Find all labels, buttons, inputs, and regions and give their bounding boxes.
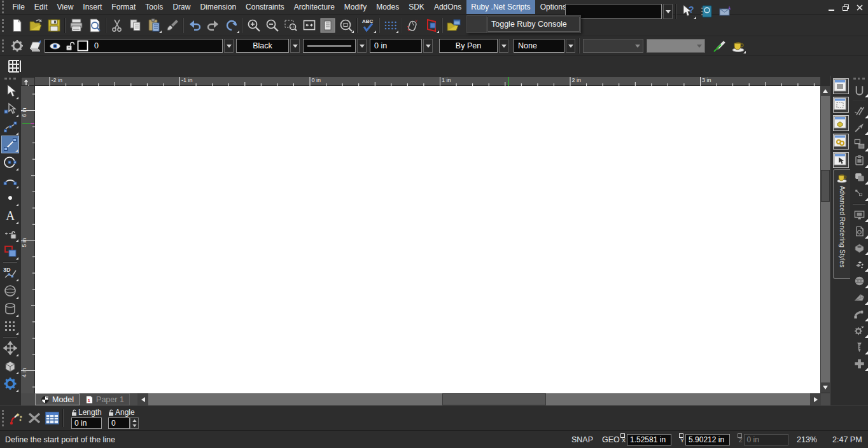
menu-sdk[interactable]: SDK bbox=[404, 0, 430, 14]
close-button[interactable] bbox=[855, 3, 864, 12]
vertical-scroll-thumb[interactable] bbox=[821, 170, 830, 202]
arc-tool-button[interactable] bbox=[1, 171, 19, 189]
toolbar-grip[interactable] bbox=[2, 39, 6, 52]
menu-view[interactable]: View bbox=[52, 0, 78, 14]
address-book-button[interactable] bbox=[697, 3, 716, 20]
clipboard-3d-button[interactable] bbox=[851, 153, 867, 169]
pan-tool-button[interactable] bbox=[1, 339, 19, 357]
line-style-combo[interactable] bbox=[303, 39, 356, 53]
sparkle-box-button[interactable] bbox=[851, 256, 867, 272]
materials-palette-button[interactable] bbox=[833, 115, 849, 131]
menu-addons[interactable]: AddOns bbox=[429, 0, 466, 14]
minimize-button[interactable] bbox=[827, 3, 836, 12]
menu-modify[interactable]: Modify bbox=[339, 0, 371, 14]
point-grid-button[interactable] bbox=[381, 17, 400, 34]
format-painter-button[interactable] bbox=[163, 17, 181, 34]
surface-blob-button[interactable] bbox=[851, 169, 867, 185]
gear-blue-button[interactable] bbox=[1, 375, 19, 393]
toolbar-grip[interactable] bbox=[2, 410, 6, 426]
extrude-u-button[interactable] bbox=[851, 82, 867, 98]
solid-box-button[interactable] bbox=[851, 240, 867, 256]
pen-table-combo-arrow[interactable] bbox=[499, 39, 508, 53]
view-frame-button[interactable] bbox=[422, 17, 440, 34]
table-edit-button[interactable] bbox=[43, 409, 61, 427]
menu-format[interactable]: Format bbox=[107, 0, 141, 14]
menu-draw[interactable]: Draw bbox=[168, 0, 195, 14]
dot-grid-button[interactable] bbox=[1, 318, 19, 335]
point-tool-button[interactable] bbox=[1, 189, 19, 207]
selection-palette-button[interactable] bbox=[833, 97, 849, 113]
plus-solid-button[interactable] bbox=[851, 356, 867, 372]
menu-architecture[interactable]: Architecture bbox=[289, 0, 339, 14]
redo-button[interactable] bbox=[204, 17, 222, 34]
toolbar-grip[interactable] bbox=[2, 19, 6, 32]
scroll-right-button[interactable] bbox=[810, 393, 821, 405]
block-folder-button[interactable] bbox=[444, 17, 463, 34]
layer-combo[interactable]: 0 bbox=[45, 39, 223, 53]
lock-icon[interactable] bbox=[71, 409, 77, 416]
pick-palette-button[interactable] bbox=[833, 152, 849, 168]
field-input-angle[interactable]: 0 bbox=[108, 417, 130, 429]
geo-indicator[interactable]: GEO bbox=[602, 435, 620, 444]
node-edit-button[interactable] bbox=[1, 100, 19, 118]
menu-item-toggle-ruby-console[interactable]: Toggle Ruby Console bbox=[487, 17, 580, 32]
palette-tab-advanced-rendering-styles[interactable]: Advanced Rendering Styles bbox=[833, 169, 850, 279]
screw-button[interactable] bbox=[851, 339, 867, 355]
coordinate-input-x[interactable]: 1.52581 in bbox=[627, 434, 671, 445]
copy-entities-button[interactable] bbox=[851, 136, 867, 152]
undo-button[interactable] bbox=[185, 17, 204, 34]
horizontal-scrollbar[interactable] bbox=[148, 393, 810, 405]
hatch-tool-button[interactable] bbox=[1, 242, 19, 260]
align-squares-button[interactable] bbox=[851, 186, 867, 202]
print-button[interactable] bbox=[67, 17, 85, 34]
circle-tool-button[interactable] bbox=[1, 153, 19, 171]
pen-color-combo-arrow[interactable] bbox=[290, 39, 300, 53]
hatch-combo-arrow[interactable] bbox=[566, 39, 575, 53]
undo-history-button[interactable] bbox=[222, 17, 241, 34]
toolbar-grip[interactable] bbox=[2, 1, 6, 13]
wand-button[interactable] bbox=[8, 409, 25, 427]
menu-tools[interactable]: Tools bbox=[141, 0, 168, 14]
menu-insert[interactable]: Insert bbox=[78, 0, 107, 14]
vertical-scrollbar[interactable] bbox=[821, 86, 830, 393]
coordinate-input-y[interactable]: 5.90212 in bbox=[685, 434, 730, 445]
scroll-left-button[interactable] bbox=[137, 393, 148, 405]
pipe-bend-button[interactable] bbox=[851, 306, 867, 322]
axis-toggle-y[interactable]: Y bbox=[679, 433, 684, 444]
selection-set-combo-arrow[interactable] bbox=[663, 4, 673, 19]
render-manager-palette-button[interactable] bbox=[833, 78, 849, 94]
sheets-stack-button[interactable] bbox=[851, 223, 867, 239]
zoom-in-button[interactable] bbox=[244, 17, 263, 34]
select-arrow-button[interactable] bbox=[1, 82, 19, 100]
block-3d-button[interactable] bbox=[1, 357, 19, 375]
pen-color-combo[interactable]: Black bbox=[236, 39, 289, 53]
panel-toggle-button[interactable] bbox=[318, 17, 337, 34]
render-cup-icon[interactable] bbox=[729, 37, 747, 55]
sheet-tab-paper-1[interactable]: 1Paper 1 bbox=[80, 393, 130, 405]
paste-button[interactable] bbox=[144, 17, 163, 34]
copy-button[interactable] bbox=[126, 17, 144, 34]
settings-gear-icon[interactable] bbox=[8, 37, 26, 55]
gear-modify-button[interactable] bbox=[851, 323, 867, 339]
email-button[interactable] bbox=[716, 3, 734, 20]
menu-constraints[interactable]: Constraints bbox=[241, 0, 290, 14]
line-width-combo[interactable]: 0 in bbox=[370, 39, 422, 53]
open-folder-button[interactable] bbox=[26, 17, 45, 34]
arrow-3d-button[interactable] bbox=[851, 120, 867, 136]
field-input-length[interactable]: 0 in bbox=[71, 417, 102, 429]
zoom-window-button[interactable] bbox=[281, 17, 300, 34]
tablet-mouse-button[interactable]: Y bbox=[403, 17, 422, 34]
toolbar-grip[interactable] bbox=[4, 78, 16, 81]
grid-toggle-button[interactable] bbox=[5, 57, 24, 75]
text-tool-button[interactable]: A bbox=[1, 207, 19, 225]
snap-lock-button[interactable] bbox=[1, 225, 19, 242]
drawing-canvas[interactable] bbox=[35, 86, 820, 393]
layer-manager-icon[interactable] bbox=[26, 37, 45, 55]
zoom-selection-button[interactable] bbox=[337, 17, 355, 34]
layer-combo-arrow[interactable] bbox=[224, 39, 234, 53]
save-button[interactable] bbox=[45, 17, 63, 34]
horizontal-scroll-thumb[interactable] bbox=[442, 393, 546, 405]
menu-file[interactable]: File bbox=[8, 0, 29, 14]
sphere-face-button[interactable] bbox=[851, 273, 867, 289]
pen-table-combo[interactable]: By Pen bbox=[439, 39, 498, 53]
